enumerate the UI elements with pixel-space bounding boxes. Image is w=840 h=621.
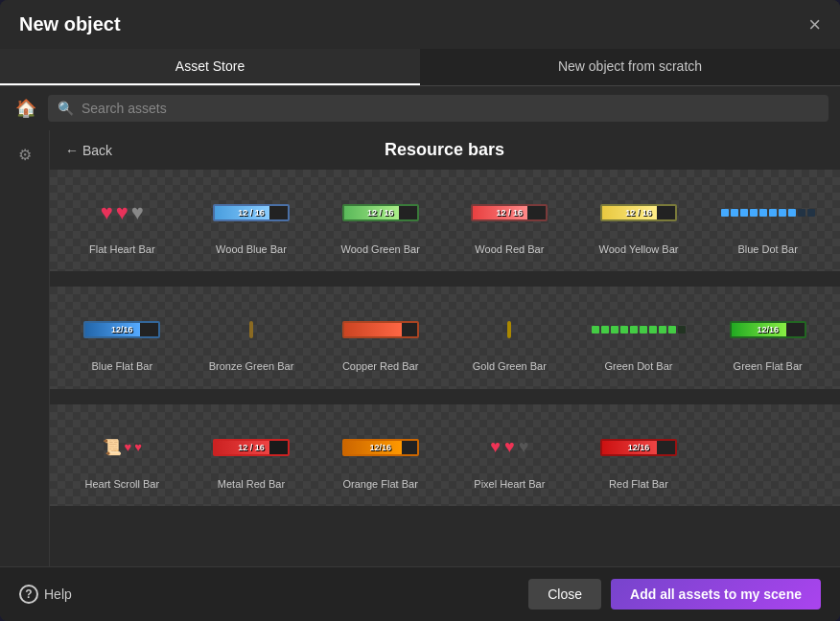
tabs-row: Asset Store New object from scratch [0, 49, 840, 86]
asset-item-blue-flat-bar[interactable]: 12/16 Blue Flat Bar [58, 294, 187, 380]
asset-preview-flat-heart-bar: ♥ ♥ ♥ [101, 189, 144, 237]
asset-label-flat-heart-bar: Flat Heart Bar [89, 242, 154, 256]
dot [731, 209, 738, 217]
left-sidebar: ⚙ [0, 130, 50, 566]
section-divider-2 [50, 397, 840, 404]
asset-label-bronze-green-bar: Bronze Green Bar [209, 359, 294, 373]
add-all-assets-button[interactable]: Add all assets to my scene [611, 579, 821, 610]
asset-label-blue-dot-bar: Blue Dot Bar [737, 242, 797, 256]
tab-new-from-scratch[interactable]: New object from scratch [420, 49, 840, 85]
asset-preview-green-flat-bar: 12/16 [730, 306, 806, 354]
asset-label-wood-yellow-bar: Wood Yellow Bar [599, 242, 679, 256]
heart-full-1: ♥ [101, 200, 113, 225]
asset-item-flat-heart-bar[interactable]: ♥ ♥ ♥ Flat Heart Bar [58, 177, 187, 264]
section-title: Resource bars [122, 140, 767, 160]
dot [611, 326, 618, 334]
modal-header: New object × [0, 0, 840, 49]
assets-grid-inner-row1: ♥ ♥ ♥ Flat Heart Bar 12 [50, 170, 840, 271]
dot [750, 209, 758, 217]
footer-actions: Close Add all assets to my scene [528, 579, 821, 610]
asset-item-red-flat-bar[interactable]: 12/16 Red Flat Bar [574, 412, 704, 498]
asset-item-blue-dot-bar[interactable]: Blue Dot Bar [703, 177, 832, 264]
asset-label-red-flat-bar: Red Flat Bar [609, 477, 668, 491]
dot [759, 209, 767, 217]
asset-label-green-flat-bar: Green Flat Bar [734, 359, 803, 373]
filter-icon[interactable]: ⚙ [12, 140, 37, 170]
asset-item-green-flat-bar[interactable]: 12/16 Green Flat Bar [703, 294, 832, 380]
asset-label-heart-scroll-bar: Heart Scroll Bar [85, 477, 160, 491]
asset-item-pixel-heart-bar[interactable]: ♥ ♥ ♥ Pixel Heart Bar [445, 412, 574, 498]
assets-grid-row2: 12/16 Blue Flat Bar [50, 287, 840, 388]
back-button[interactable]: ← Back [65, 143, 112, 158]
dot [630, 326, 638, 334]
modal-footer: ? Help Close Add all assets to my scene [0, 566, 840, 621]
asset-label-wood-blue-bar: Wood Blue Bar [216, 242, 287, 256]
dot [640, 326, 647, 334]
asset-item-orange-flat-bar[interactable]: 12/16 Orange Flat Bar [315, 412, 445, 498]
modal-title: New object [19, 13, 121, 35]
back-arrow-icon: ← [65, 143, 79, 158]
help-circle-icon: ? [19, 585, 38, 604]
pheart-full: ♥ [490, 437, 501, 457]
small-heart-full2: ♥ [134, 440, 142, 454]
asset-preview-blue-flat-bar: 12/16 [83, 306, 160, 354]
dot [601, 326, 609, 334]
new-object-modal: New object × Asset Store New object from… [0, 0, 840, 621]
asset-label-gold-green-bar: Gold Green Bar [473, 359, 547, 373]
section-header: ← Back Resource bars [50, 130, 840, 170]
tab-asset-store[interactable]: Asset Store [0, 49, 420, 85]
asset-preview-heart-scroll-bar: 📜 ♥ ♥ [103, 424, 142, 472]
asset-item-wood-blue-bar[interactable]: 12 / 16 Wood Blue Bar [187, 177, 316, 264]
help-button[interactable]: ? Help [19, 585, 72, 604]
asset-item-metal-red-bar[interactable]: 12 / 16 Metal Red Bar [187, 412, 316, 498]
asset-item-heart-scroll-bar[interactable]: 📜 ♥ ♥ Heart Scroll Bar [58, 412, 187, 498]
dot [659, 326, 666, 334]
asset-preview-wood-yellow-bar: 12 / 16 [600, 189, 677, 237]
dot [807, 209, 815, 217]
asset-item-wood-red-bar[interactable]: 12 / 16 Wood Red Bar [445, 177, 574, 264]
heart-full-2: ♥ [116, 200, 128, 225]
search-icon: 🔍 [58, 101, 74, 116]
asset-preview-green-dot-bar [592, 306, 686, 354]
pheart-empty: ♥ [519, 437, 529, 457]
asset-item-wood-yellow-bar[interactable]: 12 / 16 Wood Yellow Bar [574, 177, 704, 264]
scroll-icon: 📜 [103, 438, 122, 456]
dot [779, 209, 786, 217]
pheart-full2: ♥ [504, 437, 515, 457]
asset-label-wood-red-bar: Wood Red Bar [475, 242, 544, 256]
dot [721, 209, 729, 217]
search-input-wrap: 🔍 [48, 95, 828, 122]
section-divider-1 [50, 279, 840, 287]
search-bar-row: 🏠 🔍 [0, 86, 840, 130]
content-area: ⚙ ← Back Resource bars ♥ [0, 130, 840, 566]
asset-label-green-dot-bar: Green Dot Bar [605, 359, 673, 373]
asset-label-pixel-heart-bar: Pixel Heart Bar [474, 477, 545, 491]
dot [620, 326, 628, 334]
heart-empty-1: ♥ [131, 200, 144, 225]
dot [668, 326, 676, 334]
asset-preview-copper-red-bar [342, 306, 419, 354]
asset-item-green-dot-bar[interactable]: Green Dot Bar [574, 294, 704, 380]
close-button[interactable]: Close [528, 579, 601, 610]
asset-label-blue-flat-bar: Blue Flat Bar [92, 359, 153, 373]
dot [769, 209, 777, 217]
help-label: Help [44, 586, 72, 602]
modal-close-button[interactable]: × [808, 14, 821, 35]
asset-preview-metal-red-bar: 12 / 16 [213, 424, 290, 472]
search-input[interactable] [82, 101, 819, 116]
home-button[interactable]: 🏠 [12, 94, 40, 123]
asset-preview-blue-dot-bar [721, 189, 815, 237]
asset-item-wood-green-bar[interactable]: 12 / 16 Wood Green Bar [315, 177, 445, 264]
asset-label-metal-red-bar: Metal Red Bar [218, 477, 285, 491]
asset-label-orange-flat-bar: Orange Flat Bar [343, 477, 418, 491]
dot [649, 326, 657, 334]
asset-preview-wood-red-bar: 12 / 16 [471, 189, 548, 237]
asset-item-gold-green-bar[interactable]: Gold Green Bar [445, 294, 574, 380]
asset-item-bronze-green-bar[interactable]: Bronze Green Bar [187, 294, 316, 380]
assets-grid-row3: 📜 ♥ ♥ Heart Scroll Bar [50, 404, 840, 506]
asset-preview-pixel-heart-bar: ♥ ♥ ♥ [490, 424, 528, 472]
asset-item-copper-red-bar[interactable]: Copper Red Bar [315, 294, 445, 380]
asset-preview-wood-green-bar: 12 / 16 [342, 189, 419, 237]
asset-label-wood-green-bar: Wood Green Bar [340, 242, 419, 256]
asset-preview-gold-green-bar [471, 306, 548, 354]
